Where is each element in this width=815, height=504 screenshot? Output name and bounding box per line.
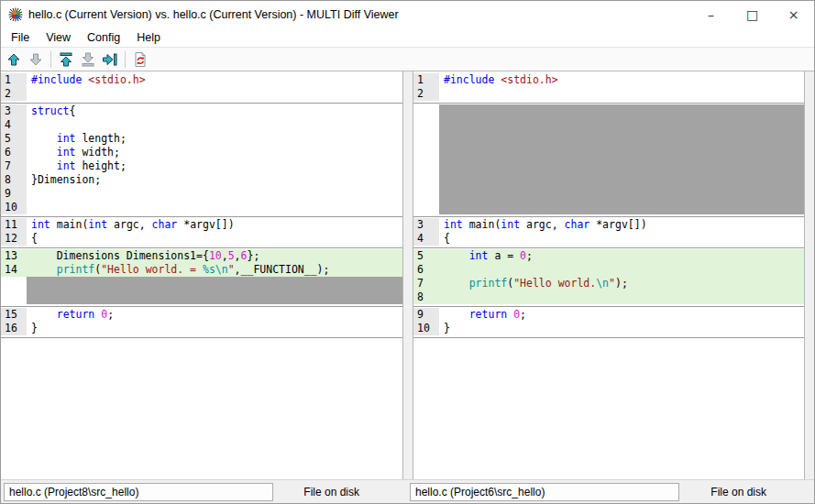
toolbar-separator bbox=[125, 51, 126, 68]
diff-section bbox=[413, 104, 804, 214]
code-text: #include <stdio.h> bbox=[439, 73, 804, 87]
left-filler-block bbox=[1, 277, 402, 304]
code-text: printf("Hello world.\n"); bbox=[439, 277, 804, 290]
left-code-line-8[interactable]: 8}Dimension; bbox=[1, 173, 402, 187]
code-text: int length; bbox=[27, 132, 402, 146]
arrow-right-bar-icon bbox=[102, 51, 118, 68]
line-number: 3 bbox=[1, 104, 27, 118]
refresh-document-icon bbox=[132, 51, 149, 68]
line-number: 7 bbox=[413, 277, 439, 290]
app-logo-icon bbox=[8, 7, 23, 22]
title-bar: hello.c (Current Version) vs. hello.c (C… bbox=[1, 1, 814, 27]
line-number: 9 bbox=[1, 187, 27, 201]
menu-file[interactable]: File bbox=[3, 29, 38, 46]
next-difference-button bbox=[26, 49, 46, 70]
code-text: int main(int argc, char *argv[]) bbox=[439, 218, 804, 232]
right-code-line-10[interactable]: 10} bbox=[413, 322, 804, 335]
code-text: return 0; bbox=[439, 308, 804, 322]
line-number: 6 bbox=[1, 146, 27, 159]
arrow-down-bar-icon bbox=[80, 51, 96, 68]
code-text: int a = 0; bbox=[439, 249, 804, 263]
code-text: int height; bbox=[27, 159, 402, 173]
gutter-cell bbox=[413, 104, 439, 214]
code-text bbox=[27, 187, 402, 201]
diff-section: 13 Dimensions Dimensions1={10,5,6};14 pr… bbox=[1, 249, 402, 304]
diff-section: 9 return 0;10} bbox=[413, 308, 804, 335]
left-code-line-15[interactable]: 15 return 0; bbox=[1, 308, 402, 322]
menu-view[interactable]: View bbox=[38, 29, 79, 46]
right-code-line-3[interactable]: 3int main(int argc, char *argv[]) bbox=[413, 218, 804, 232]
code-text bbox=[27, 201, 402, 214]
line-number: 9 bbox=[413, 308, 439, 322]
code-text: Dimensions Dimensions1={10,5,6}; bbox=[27, 249, 402, 263]
left-code-line-6[interactable]: 6 int width; bbox=[1, 146, 402, 159]
right-code-pane[interactable]: 1#include <stdio.h>23int main(int argc, … bbox=[413, 71, 804, 479]
right-code-line-1[interactable]: 1#include <stdio.h> bbox=[413, 73, 804, 87]
left-code-line-3[interactable]: 3struct{ bbox=[1, 104, 402, 118]
left-code-line-10[interactable]: 10 bbox=[1, 201, 402, 214]
line-number: 6 bbox=[413, 263, 439, 277]
maximize-button[interactable]: □ bbox=[732, 1, 773, 27]
diff-content: 1#include <stdio.h>23struct{45 int lengt… bbox=[1, 71, 814, 479]
close-button[interactable]: × bbox=[773, 1, 814, 27]
diff-section: 3struct{45 int length;6 int width;7 int … bbox=[1, 104, 402, 214]
reload-files-button[interactable] bbox=[130, 49, 150, 70]
line-number: 2 bbox=[413, 87, 439, 101]
vertical-scrollbar[interactable] bbox=[804, 71, 814, 479]
line-number: 10 bbox=[413, 322, 439, 335]
line-number: 3 bbox=[413, 218, 439, 232]
first-difference-button[interactable] bbox=[56, 49, 76, 70]
right-code-line-5[interactable]: 5 int a = 0; bbox=[413, 249, 804, 263]
code-text: return 0; bbox=[27, 308, 402, 322]
left-code-line-4[interactable]: 4 bbox=[1, 118, 402, 132]
goto-difference-button[interactable] bbox=[100, 49, 120, 70]
left-code-line-12[interactable]: 12{ bbox=[1, 232, 402, 246]
left-code-line-11[interactable]: 11int main(int argc, char *argv[]) bbox=[1, 218, 402, 232]
line-number: 1 bbox=[413, 73, 439, 87]
right-code-line-4[interactable]: 4{ bbox=[413, 232, 804, 246]
line-number: 12 bbox=[1, 232, 27, 246]
line-number: 7 bbox=[1, 159, 27, 173]
left-code-line-1[interactable]: 1#include <stdio.h> bbox=[1, 73, 402, 87]
section-separator bbox=[1, 335, 402, 339]
code-text bbox=[439, 263, 804, 277]
code-text: }Dimension; bbox=[27, 173, 402, 187]
right-code-line-8[interactable]: 8 bbox=[413, 290, 804, 304]
left-code-line-14[interactable]: 14 printf("Hello world. = %s\n",__FUNCTI… bbox=[1, 263, 402, 277]
line-number: 14 bbox=[1, 263, 27, 277]
line-number: 4 bbox=[413, 232, 439, 246]
arrow-up-icon bbox=[6, 51, 22, 68]
right-code-line-6[interactable]: 6 bbox=[413, 263, 804, 277]
gutter-cell bbox=[1, 277, 27, 304]
left-code-line-2[interactable]: 2 bbox=[1, 87, 402, 101]
right-code-line-7[interactable]: 7 printf("Hello world.\n"); bbox=[413, 277, 804, 290]
prev-difference-button[interactable] bbox=[4, 49, 24, 70]
left-code-line-7[interactable]: 7 int height; bbox=[1, 159, 402, 173]
right-filler-block bbox=[413, 104, 804, 214]
left-code-pane[interactable]: 1#include <stdio.h>23struct{45 int lengt… bbox=[1, 71, 402, 479]
line-number: 5 bbox=[1, 132, 27, 146]
menu-help[interactable]: Help bbox=[128, 29, 169, 46]
right-code-line-9[interactable]: 9 return 0; bbox=[413, 308, 804, 322]
left-file-source-label: File on disk bbox=[303, 486, 359, 499]
line-number: 5 bbox=[413, 249, 439, 263]
status-bar: hello.c (Project8\src_hello) File on dis… bbox=[1, 479, 814, 503]
line-number: 1 bbox=[1, 73, 27, 87]
code-text: { bbox=[27, 232, 402, 246]
diff-section: 11int main(int argc, char *argv[])12{ bbox=[1, 218, 402, 246]
right-file-source-label: File on disk bbox=[710, 486, 766, 499]
left-code-line-16[interactable]: 16} bbox=[1, 322, 402, 335]
left-code-line-5[interactable]: 5 int length; bbox=[1, 132, 402, 146]
line-number: 8 bbox=[413, 290, 439, 304]
pane-divider[interactable] bbox=[402, 71, 413, 479]
line-number: 4 bbox=[1, 118, 27, 132]
line-number: 10 bbox=[1, 201, 27, 214]
code-text bbox=[439, 290, 804, 304]
line-number: 13 bbox=[1, 249, 27, 263]
left-code-line-13[interactable]: 13 Dimensions Dimensions1={10,5,6}; bbox=[1, 249, 402, 263]
right-code-line-2[interactable]: 2 bbox=[413, 87, 804, 101]
left-code-line-9[interactable]: 9 bbox=[1, 187, 402, 201]
diff-section: 3int main(int argc, char *argv[])4{ bbox=[413, 218, 804, 246]
menu-config[interactable]: Config bbox=[79, 29, 128, 46]
minimize-button[interactable]: – bbox=[690, 1, 732, 27]
